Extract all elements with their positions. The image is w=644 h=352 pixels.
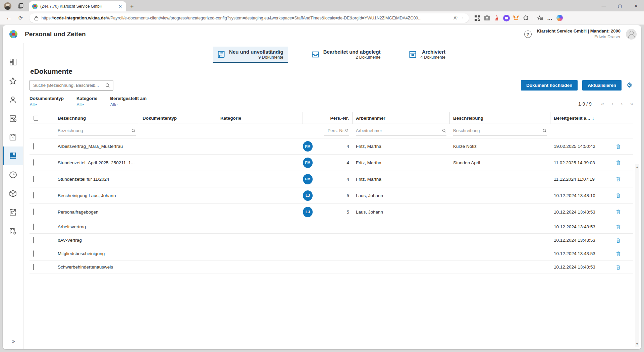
filter-input-pers-nr[interactable] [324,126,349,135]
browser-profile-avatar[interactable] [4,2,11,10]
extensions-puzzle-icon[interactable] [522,14,530,22]
delete-icon[interactable] [615,251,621,257]
pagination: 1-9 / 9 « ‹ › » [578,101,633,107]
first-page-icon[interactable]: « [601,101,604,107]
lighthouse-icon[interactable] [493,14,500,22]
sort-desc-icon: ↓ [592,116,594,121]
row-checkbox[interactable] [33,143,34,150]
delete-icon[interactable] [615,224,621,230]
sidebar-item-company-settings[interactable] [3,222,23,240]
cell-bereitgestellt: 10.12.2024 13:43:53 [550,265,609,270]
tab-bearbeitet-und-abgelegt[interactable]: Bearbeitet und abgelegt 2 Dokumente [307,47,385,63]
row-checkbox[interactable] [33,209,34,215]
camera-icon[interactable] [483,14,491,22]
metamask-icon[interactable] [513,14,520,22]
table-row[interactable]: bAV-Vertrag 10.12.2024 13:43:53 [30,234,633,247]
sidebar-item-export[interactable] [3,203,23,222]
read-aloud-icon[interactable]: A) [451,15,460,20]
employee-avatar: LJ [303,207,313,217]
sidebar-item-clock[interactable] [3,165,23,184]
delete-icon[interactable] [615,160,621,166]
filter-value-link[interactable]: Alle [30,102,64,107]
table-row[interactable]: Arbeitsvertrag 10.12.2024 13:43:53 [30,220,633,234]
upload-document-button[interactable]: Dokument hochladen [521,80,578,91]
current-user: Edwin Draser [537,34,621,40]
scroll-down-icon[interactable]: ▼ [636,342,639,346]
sidebar-item-edocuments[interactable] [3,146,23,165]
window-close-button[interactable]: ✕ [628,0,644,11]
column-kategorie[interactable]: Kategorie [217,112,303,124]
column-beschreibung[interactable]: Beschreibung [450,112,550,124]
last-page-icon[interactable]: » [630,101,633,107]
window-minimize-button[interactable]: — [596,0,612,11]
copilot-icon[interactable] [556,14,564,22]
scroll-up-icon[interactable]: ▲ [636,165,639,169]
delete-icon[interactable] [615,237,621,243]
favorites-bar-icon[interactable] [537,14,544,22]
select-all-checkbox[interactable] [34,116,38,121]
global-search[interactable] [30,80,113,91]
new-tab-button[interactable]: + [130,3,134,9]
more-options-icon[interactable]: … [546,14,554,22]
column-pers-nr[interactable]: Pers.-Nr. [320,112,353,124]
sidebar-item-package[interactable] [3,184,23,203]
column-bezeichnung[interactable]: Bezeichnung [54,112,139,124]
user-avatar[interactable] [626,29,637,40]
sidebar-item-time-report[interactable] [3,109,23,128]
row-checkbox[interactable] [33,192,34,198]
search-input[interactable] [33,83,105,88]
table-row[interactable]: Personalfragebogen LJ 5 Laus, Johann 10.… [30,204,633,220]
row-checkbox[interactable] [33,264,34,270]
column-dokumententyp[interactable]: Dokumententyp [139,112,217,124]
help-icon[interactable]: ? [524,31,532,38]
delete-icon[interactable] [615,143,621,150]
browser-tab[interactable]: (244.7.70) Klarsicht Service GmbH ✕ [29,1,126,11]
column-bereitgestellt[interactable]: Bereitgestellt a...↓ [550,112,609,124]
cell-bezeichnung: Arbeitsvertrag [54,224,139,229]
favorite-star-icon[interactable] [460,15,466,21]
reload-button[interactable]: ⟳ [15,14,26,22]
sidebar-item-employees[interactable] [3,90,23,109]
tab-neu-und-unvollstaendig[interactable]: Neu und unvollständig 9 Dokumente [213,47,288,63]
refresh-button[interactable]: Aktualisieren [582,80,622,91]
table-row[interactable]: Mitgliedsbescheinigung 10.12.2024 13:43:… [30,247,633,260]
workspaces-icon[interactable] [17,3,24,9]
filter-input-arbeitnehmer[interactable] [356,126,446,135]
table-row[interactable]: Schwerbehindertenausweis 10.12.2024 13:4… [30,260,633,274]
row-checkbox[interactable] [33,250,34,257]
table-row[interactable]: Stundenzettel für 11/2024 FM 4 Fritz, Ma… [30,171,633,187]
table-row[interactable]: Stundenzettel_April-2025_250211_1... FM … [30,155,633,171]
sidebar-item-calendar[interactable]: 1 [3,128,23,146]
filter-input-beschreibung[interactable] [453,126,547,135]
prev-page-icon[interactable]: ‹ [611,101,613,107]
window-maximize-button[interactable]: ▢ [612,0,628,11]
next-page-icon[interactable]: › [621,101,623,107]
address-bar[interactable]: https://ocde-integration.wktaa.de/#/Payr… [30,13,469,23]
filter-value-link[interactable]: Alle [110,102,147,107]
delete-icon[interactable] [615,209,621,215]
settings-gear-icon[interactable] [626,82,633,89]
row-checkbox[interactable] [33,237,34,243]
filter-input-bezeichnung[interactable] [58,126,136,135]
qr-code-icon[interactable] [474,14,481,22]
row-checkbox[interactable] [33,224,34,230]
app-header: Personal und Zeiten ? Klarsicht Service … [3,25,641,43]
row-checkbox[interactable] [33,159,34,166]
column-arbeitnehmer[interactable]: Arbeitnehmer [353,112,450,124]
sidebar-expand-button[interactable]: » [3,338,23,345]
row-checkbox[interactable] [33,176,34,182]
sidebar-item-dashboard[interactable] [3,53,23,71]
table-scrollbar[interactable]: ▲ ▼ [635,164,639,347]
filter-value-link[interactable]: Alle [76,102,97,107]
table-row[interactable]: Arbeitsvertrag_Mara_Musterfrau FM 4 Frit… [30,138,633,155]
table-row[interactable]: Bescheinigung Laus, Johann LJ 5 Laus, Jo… [30,187,633,204]
cell-bezeichnung: Bescheinigung Laus, Johann [54,193,139,198]
delete-icon[interactable] [615,192,621,198]
tab-close-icon[interactable]: ✕ [117,4,123,9]
back-button[interactable]: ← [3,13,15,23]
sidebar-item-favorites[interactable] [3,71,23,90]
phantom-icon[interactable] [503,14,510,22]
delete-icon[interactable] [615,264,621,270]
tab-archiviert[interactable]: Archiviert 4 Dokumente [404,47,450,63]
delete-icon[interactable] [615,176,621,182]
